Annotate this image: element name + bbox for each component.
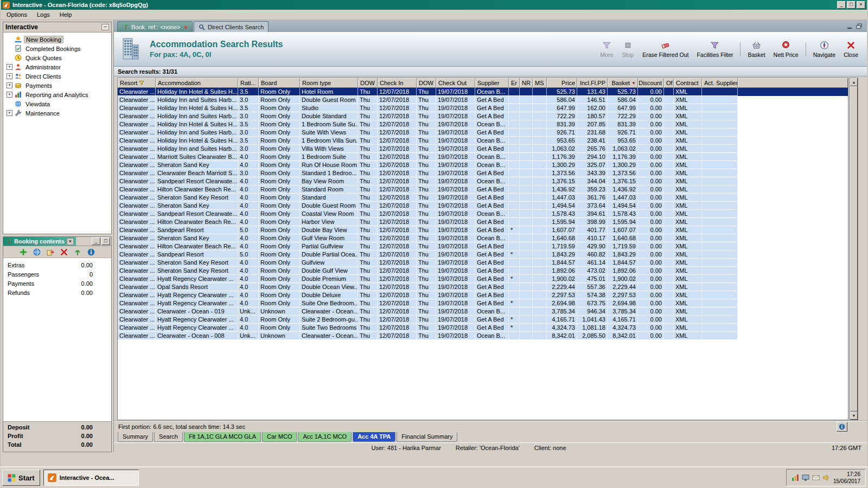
sidebar-item-viewdata[interactable]: Viewdata: [3, 99, 111, 108]
table-row[interactable]: Clearwater ...Holiday Inn Hotel & Suites…: [118, 104, 848, 112]
scroll-down-icon[interactable]: ▼: [850, 412, 858, 420]
world-button[interactable]: [33, 248, 41, 256]
bottom-tab-search[interactable]: Search: [154, 432, 183, 442]
table-row[interactable]: Clearwater ...Holiday Inn and Suites Har…: [118, 129, 848, 137]
info-button[interactable]: [87, 248, 95, 256]
mdi-restore-icon[interactable]: [856, 23, 864, 30]
bottom-tab-summary[interactable]: Summary: [118, 432, 153, 442]
start-button[interactable]: Start: [2, 470, 40, 486]
table-row[interactable]: Clearwater ...Holiday Inn Hotel & Suites…: [118, 120, 848, 129]
table-row[interactable]: Clearwater ...Hyatt Regency Clearwater .…: [118, 299, 848, 307]
filter-icon[interactable]: [139, 80, 144, 86]
tab-book-ref-none[interactable]: Book. ref.: <none>×: [117, 21, 193, 32]
column-header-price[interactable]: Price: [547, 78, 577, 88]
table-row[interactable]: Clearwater ...Sheraton Sand Key4.0Room O…: [118, 161, 848, 169]
scroll-up-icon[interactable]: ▲: [850, 78, 858, 86]
column-header-supplier[interactable]: Supplier: [475, 78, 509, 88]
table-row[interactable]: Clearwater ...Holiday Inn and Suites Har…: [118, 145, 848, 153]
navigate-button[interactable]: Navigate: [810, 40, 839, 59]
table-row[interactable]: Clearwater ...Hilton Clearwater Beach Re…: [118, 185, 848, 194]
column-header-check-out[interactable]: Check Out: [436, 78, 475, 88]
booking-contents-titlebar[interactable]: Booking contents ×: [3, 237, 76, 246]
table-row[interactable]: Clearwater ...Holiday Inn and Suites Har…: [118, 96, 848, 104]
tray-volume-icon[interactable]: [822, 474, 830, 481]
mdi-minimize-icon[interactable]: [846, 23, 854, 30]
table-row[interactable]: Clearwater ...Sheraton Sand Key Resort4.…: [118, 194, 848, 202]
table-row[interactable]: Clearwater ...Hyatt Regency Clearwater .…: [118, 275, 848, 283]
sidebar-item-new-booking[interactable]: New Booking: [3, 35, 111, 44]
column-header-act-supplier[interactable]: Act. Supplier: [702, 78, 738, 88]
bottom-tab-financial-summary[interactable]: Financial Summary: [397, 432, 457, 442]
booking-contents-close-icon[interactable]: ×: [67, 238, 74, 245]
tab-close-icon[interactable]: ×: [184, 24, 188, 30]
column-header-room-type[interactable]: Room type: [300, 78, 358, 88]
sidebar-item-reporting-and-analytics[interactable]: +Reporting and Analytics: [3, 90, 111, 99]
column-header-rati[interactable]: Rati...: [238, 78, 259, 88]
booking-row-passengers[interactable]: Passengers0: [3, 269, 111, 279]
menu-options[interactable]: Options: [2, 10, 31, 19]
table-row[interactable]: Clearwater ...Holiday Inn Hotel & Suites…: [118, 88, 848, 96]
sidebar-item-maintenance[interactable]: +Maintenance: [3, 108, 111, 118]
delete-button[interactable]: [60, 248, 68, 256]
facilities-filter-button[interactable]: Facilities Filter: [693, 40, 736, 59]
minimize-button[interactable]: _: [837, 1, 846, 9]
menu-help[interactable]: Help: [55, 10, 76, 19]
column-header-check-in[interactable]: Check In: [378, 78, 417, 88]
tray-mail-icon[interactable]: [812, 474, 820, 481]
booking-row-refunds[interactable]: Refunds0.00: [3, 288, 111, 297]
table-row[interactable]: Clearwater ...Sandpearl Resort5.0Room On…: [118, 226, 848, 234]
column-header-discount[interactable]: Discount: [638, 78, 664, 88]
table-row[interactable]: Clearwater ...Sandpearl Resort5.0Room On…: [118, 251, 848, 259]
column-header-of[interactable]: Of: [664, 78, 674, 88]
close-button[interactable]: Close: [840, 40, 861, 59]
taskbar-app-button[interactable]: Interactive - Ocea...: [43, 470, 139, 486]
collapse-panel-button[interactable]: ─: [101, 24, 109, 30]
column-header-nr[interactable]: NR: [520, 78, 533, 88]
table-row[interactable]: Clearwater ...Hilton Clearwater Beach Re…: [118, 218, 848, 226]
expand-icon[interactable]: +: [7, 82, 12, 88]
table-row[interactable]: Clearwater ...Hyatt Regency Clearwater .…: [118, 324, 848, 332]
table-row[interactable]: Clearwater ...Sheraton Sand Key4.0Room O…: [118, 234, 848, 242]
sidebar-item-direct-clients[interactable]: +Direct Clients: [3, 72, 111, 81]
column-header-resort[interactable]: Resort: [118, 78, 156, 88]
bottom-tab-car-mco[interactable]: Car MCO: [262, 432, 297, 442]
expand-icon[interactable]: +: [7, 110, 12, 116]
table-row[interactable]: Clearwater ...Clearwater - Ocean - 008Un…: [118, 332, 848, 340]
nett-price-button[interactable]: Nett Price: [770, 40, 802, 59]
expand-icon[interactable]: +: [7, 73, 12, 79]
column-header-dow[interactable]: DOW: [417, 78, 436, 88]
column-header-dow[interactable]: DOW: [358, 78, 378, 88]
sidebar-item-completed-bookings[interactable]: Completed Bookings: [3, 44, 111, 53]
export-button[interactable]: [47, 248, 54, 256]
bottom-tab-acc-1a-1c-mco[interactable]: Acc 1A,1C MCO: [298, 432, 352, 442]
bottom-tab-acc-4a-tpa[interactable]: Acc 4A TPA: [353, 432, 395, 442]
tab-direct-clients-search[interactable]: Direct Clients Search: [194, 21, 269, 32]
table-row[interactable]: Clearwater ...Hyatt Regency Clearwater .…: [118, 291, 848, 299]
column-header-incl-fl-pp[interactable]: Incl.Fl.PP: [577, 78, 608, 88]
table-row[interactable]: Clearwater ...Marriott Suites Clearwater…: [118, 153, 848, 161]
info-button[interactable]: [837, 422, 847, 432]
column-header-contract[interactable]: Contract: [674, 78, 702, 88]
stop-button[interactable]: Stop: [618, 40, 637, 59]
column-header-er[interactable]: Er: [509, 78, 520, 88]
add-button[interactable]: [20, 248, 27, 256]
expand-icon[interactable]: +: [7, 64, 12, 70]
column-header-board[interactable]: Board: [259, 78, 300, 88]
tray-chart-icon[interactable]: [792, 474, 799, 481]
column-header-ms[interactable]: MS: [533, 78, 547, 88]
expand-icon[interactable]: +: [7, 92, 12, 98]
booking-row-payments[interactable]: Payments0.00: [3, 279, 111, 288]
close-button[interactable]: ×: [857, 1, 865, 9]
table-row[interactable]: Clearwater ...Sandpearl Resort Clearwate…: [118, 210, 848, 218]
vertical-scrollbar[interactable]: ▲ ▼: [850, 78, 858, 420]
menu-logs[interactable]: Logs: [33, 10, 54, 19]
scroll-thumb[interactable]: [850, 86, 858, 412]
upload-button[interactable]: [74, 248, 81, 256]
table-row[interactable]: Clearwater ...Opal Sands Resort4.0Room O…: [118, 283, 848, 291]
table-row[interactable]: Clearwater ...Sheraton Sand Key4.0Room O…: [118, 202, 848, 210]
column-header-accommodation[interactable]: Accommodation: [156, 78, 238, 88]
panel-restore-button[interactable]: □: [101, 237, 110, 245]
more-button[interactable]: More: [597, 40, 616, 59]
maximize-button[interactable]: □: [847, 1, 856, 9]
table-row[interactable]: Clearwater ...Holiday Inn Hotel & Suites…: [118, 137, 848, 145]
